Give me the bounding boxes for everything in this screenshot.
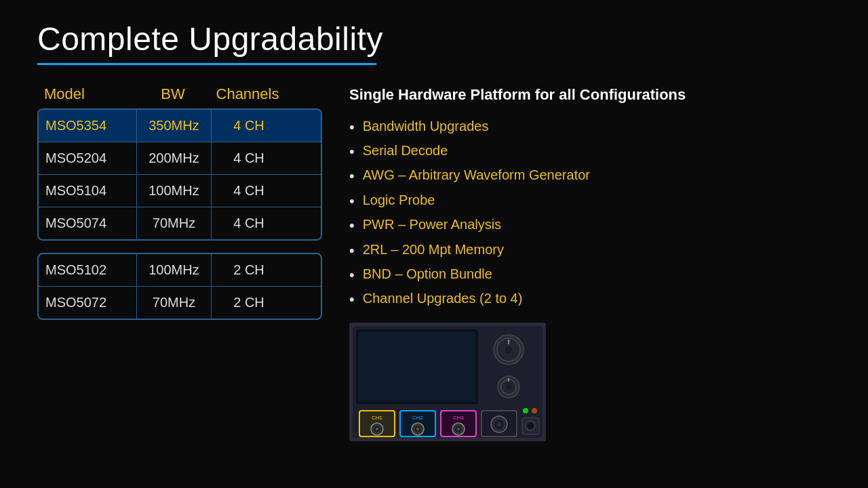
table-header: Model BW Channels [37,85,322,103]
bullet-text: Channel Upgrades (2 to 4) [363,291,523,306]
right-panel: Single Hardware Platform for all Configu… [349,85,831,441]
svg-point-28 [457,428,460,430]
svg-point-18 [376,428,378,430]
bullet-dot: • [349,192,355,210]
bullet-text: Logic Probe [363,192,435,208]
cell-ch: 4 CH [212,175,286,207]
svg-rect-5 [359,332,475,401]
cell-bw: 200MHz [137,142,212,174]
cell-model: MSO5204 [39,142,137,174]
bullet-text: Serial Decode [363,143,448,159]
cell-ch: 4 CH [212,207,286,239]
svg-point-32 [497,422,501,426]
col-header-channels: Channels [210,85,285,103]
cell-bw: 350MHz [137,110,212,142]
table-group-2ch: MSO5102 100MHz 2 CH MSO5072 70MHz 2 CH [37,253,322,320]
svg-point-34 [532,408,537,413]
cell-model: MSO5074 [39,207,137,239]
list-item: • BND – Option Bundle [349,266,831,284]
cell-ch: 4 CH [212,110,286,142]
svg-point-8 [505,346,512,353]
bullet-dot: • [349,266,355,284]
bullet-dot: • [349,167,355,185]
bullet-list: • Bandwidth Upgrades • Serial Decode • A… [349,119,831,309]
bullet-dot: • [349,119,355,136]
bullet-text: 2RL – 200 Mpt Memory [363,242,504,258]
bullet-dot: • [349,291,355,308]
cell-bw: 70MHz [137,207,212,239]
page-title: Complete Upgradability [0,0,868,58]
bullet-text: AWG – Arbitrary Waveform Generator [363,167,590,183]
cell-bw: 100MHz [137,254,212,286]
svg-point-37 [528,423,533,428]
cell-model: MSO5104 [39,175,137,207]
main-content: Model BW Channels MSO5354 350MHz 4 CH MS… [0,72,868,441]
cell-bw: 70MHz [137,287,212,319]
table-row: MSO5072 70MHz 2 CH [39,287,321,319]
cell-ch: 4 CH [212,142,286,174]
bullet-dot: • [349,217,355,235]
svg-text:CH1: CH1 [372,415,383,421]
right-heading: Single Hardware Platform for all Configu… [349,85,831,105]
table-row: MSO5104 100MHz 4 CH [39,175,321,207]
svg-point-33 [523,408,528,413]
table-row: MSO5102 100MHz 2 CH [39,254,321,287]
cell-model: MSO5072 [39,287,137,319]
bullet-dot: • [349,242,355,260]
table-row: MSO5204 200MHz 4 CH [39,142,321,175]
cell-model: MSO5102 [39,254,137,286]
bullet-text: BND – Option Bundle [363,266,492,282]
cell-bw: 100MHz [137,175,212,207]
bullet-dot: • [349,143,355,161]
cell-model: MSO5354 [39,110,137,142]
device-image: CH1 CH2 CH3 [349,323,546,441]
table-row: MSO5074 70MHz 4 CH [39,207,321,239]
left-panel: Model BW Channels MSO5354 350MHz 4 CH MS… [37,85,322,441]
title-underline [37,63,376,65]
svg-text:CH2: CH2 [412,415,424,421]
table-group-4ch: MSO5354 350MHz 4 CH MSO5204 200MHz 4 CH … [37,108,322,241]
list-item: • AWG – Arbitrary Waveform Generator [349,167,831,185]
list-item: • Bandwidth Upgrades [349,119,831,136]
svg-point-23 [416,428,419,430]
list-item: • Serial Decode [349,143,831,161]
bullet-text: Bandwidth Upgrades [363,119,489,134]
list-item: • Logic Probe [349,192,831,210]
list-item: • PWR – Power Analysis [349,217,831,235]
col-header-model: Model [37,85,136,103]
svg-text:CH3: CH3 [453,415,465,421]
table-row: MSO5354 350MHz 4 CH [39,110,321,142]
cell-ch: 2 CH [212,287,286,319]
svg-point-12 [506,384,511,390]
col-header-bw: BW [136,85,210,103]
list-item: • 2RL – 200 Mpt Memory [349,242,831,260]
bullet-text: PWR – Power Analysis [363,217,502,232]
cell-ch: 2 CH [212,254,286,286]
list-item: • Channel Upgrades (2 to 4) [349,291,831,308]
